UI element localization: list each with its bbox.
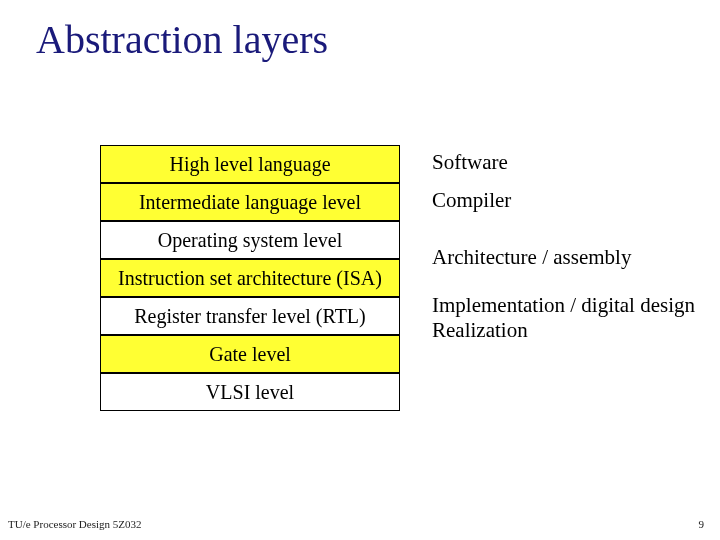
slide-title: Abstraction layers (36, 16, 328, 63)
page-number: 9 (699, 518, 705, 530)
annotation-architecture: Architecture / assembly (432, 245, 695, 270)
annotation-implementation-line1: Implementation / digital design (432, 293, 695, 317)
level-boxes: High level language Intermediate languag… (100, 145, 400, 411)
annotation-implementation-line2: Realization (432, 318, 528, 342)
level-box: Gate level (100, 335, 400, 373)
level-box: Operating system level (100, 221, 400, 259)
slide: Abstraction layers High level language I… (0, 0, 720, 540)
annotation-compiler: Compiler (432, 188, 695, 213)
level-box: Intermediate language level (100, 183, 400, 221)
footer-text: TU/e Processor Design 5Z032 (8, 518, 142, 530)
level-box: Instruction set architecture (ISA) (100, 259, 400, 297)
level-annotations: Software Compiler Architecture / assembl… (432, 145, 695, 411)
slide-body: High level language Intermediate languag… (100, 145, 695, 411)
level-box: High level language (100, 145, 400, 183)
annotation-software: Software (432, 150, 695, 175)
level-box: Register transfer level (RTL) (100, 297, 400, 335)
annotation-implementation: Implementation / digital design Realizat… (432, 293, 695, 343)
level-box: VLSI level (100, 373, 400, 411)
